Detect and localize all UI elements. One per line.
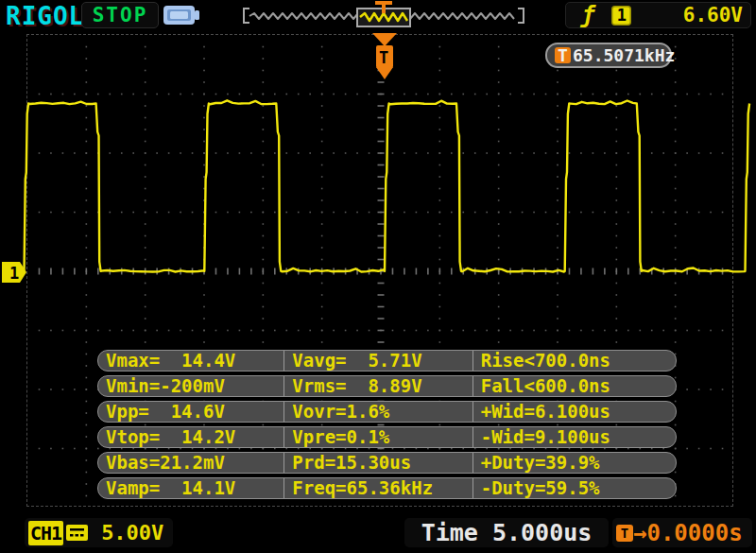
measurement-cell: Prd=15.30us xyxy=(284,453,472,473)
measurement-cell: Vmin=-200mV xyxy=(98,376,284,396)
trigger-t-icon: T xyxy=(616,525,633,542)
trigger-frequency-readout: T 65.5071kHz xyxy=(545,43,672,68)
trigger-position-readout[interactable]: T →0.0000s xyxy=(612,518,752,547)
channel1-scale-value: 5.00V xyxy=(101,521,163,544)
measurement-cell: Fall<600.0ns xyxy=(472,376,676,396)
svg-text:T: T xyxy=(379,48,388,67)
horizontal-position-bar[interactable] xyxy=(236,0,531,34)
measurement-cell: Vavg= 5.71V xyxy=(284,351,472,371)
measurement-row: Vpp= 14.6VVovr=1.6%+Wid=6.100us xyxy=(97,401,677,423)
channel1-position-marker[interactable]: 1 xyxy=(2,261,27,287)
measurement-panel: Vmax= 14.4VVavg= 5.71VRise<700.0nsVmin=-… xyxy=(97,350,677,503)
measurement-row: Vtop= 14.2VVpre=0.1%-Wid=9.100us xyxy=(97,426,677,448)
measurement-cell: +Duty=39.9% xyxy=(472,453,676,473)
channel1-scale-readout[interactable]: CH1 5.00V xyxy=(25,518,173,547)
trigger-t-icon: T xyxy=(555,47,571,63)
trigger-slope-icon: ƒ xyxy=(581,3,594,27)
channel1-badge: CH1 xyxy=(28,521,63,545)
timebase-text: Time 5.000us xyxy=(421,519,593,546)
measurement-cell: -Wid=9.100us xyxy=(472,427,676,447)
measurement-row: Vmax= 14.4VVavg= 5.71VRise<700.0ns xyxy=(97,350,677,372)
dc-coupling-icon xyxy=(66,525,88,541)
trigger-source-badge: 1 xyxy=(611,6,631,26)
measurement-cell: Freq=65.36kHz xyxy=(284,478,472,498)
oscilloscope-screen: RIGOL STOP ƒ 1 6.60V T 65.5071kHz T 1 Vm… xyxy=(0,0,756,553)
measurement-row: Vbas=21.2mVPrd=15.30us+Duty=39.9% xyxy=(97,452,677,474)
svg-text:1: 1 xyxy=(9,264,19,283)
measurement-cell: -Duty=59.5% xyxy=(472,478,676,498)
measurement-cell: Vpre=0.1% xyxy=(284,427,472,447)
measurement-cell: Vrms= 8.89V xyxy=(284,376,472,396)
measurement-cell: Vbas=21.2mV xyxy=(98,453,284,473)
measurement-cell: Rise<700.0ns xyxy=(472,351,676,371)
usb-device-icon xyxy=(163,5,200,29)
measurement-cell: Vamp= 14.1V xyxy=(98,478,284,498)
run-state-indicator[interactable]: STOP xyxy=(81,2,159,28)
measurement-cell: Vmax= 14.4V xyxy=(98,351,284,371)
trigger-frequency-value: 65.5071kHz xyxy=(573,45,675,65)
trigger-readout[interactable]: ƒ 1 6.60V xyxy=(565,2,751,28)
measurement-cell: +Wid=6.100us xyxy=(472,402,676,422)
run-state-label: STOP xyxy=(93,4,148,26)
measurement-cell: Vovr=1.6% xyxy=(284,402,472,422)
timebase-readout[interactable]: Time 5.000us xyxy=(404,518,609,547)
measurement-row: Vamp= 14.1VFreq=65.36kHz-Duty=59.5% xyxy=(97,477,677,499)
trigger-position-value: →0.0000s xyxy=(633,520,743,546)
trigger-level-value: 6.60V xyxy=(683,4,743,26)
rigol-logo: RIGOL xyxy=(6,2,84,30)
measurement-row: Vmin=-200mVVrms= 8.89VFall<600.0ns xyxy=(97,375,677,397)
measurement-cell: Vpp= 14.6V xyxy=(98,402,284,422)
measurement-cell: Vtop= 14.2V xyxy=(98,427,284,447)
